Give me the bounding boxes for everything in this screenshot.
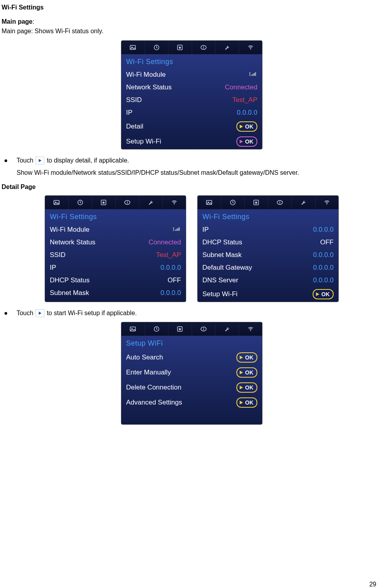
row-label: Network Status — [50, 238, 95, 246]
device-topbar — [121, 322, 262, 336]
row-value: Connected — [225, 83, 257, 91]
bullet-detail-suffix: to display detail, if applicable. — [47, 157, 129, 164]
topbar-star-icon — [92, 196, 116, 209]
signal-icon — [172, 226, 181, 234]
ok-label: OK — [245, 123, 253, 130]
row-label: Subnet Mask — [202, 251, 242, 259]
heading-main-page-text: Main page — [2, 18, 32, 25]
device-topbar — [45, 196, 186, 210]
row-value: OK — [236, 367, 257, 378]
row-label: IP — [202, 226, 209, 234]
settings-row: Default Gateway0.0.0.0 — [198, 261, 338, 274]
screenshot-detail-left: Wi-Fi Settings Wi-Fi ModuleNetwork Statu… — [45, 195, 186, 302]
row-value: OK — [236, 397, 257, 408]
row-value: OK — [236, 352, 257, 363]
svg-point-5 — [203, 46, 204, 47]
svg-rect-6 — [203, 47, 204, 49]
ok-button[interactable]: OK — [313, 289, 334, 299]
screenshot-setup-wifi: Setup WiFi Auto SearchOKEnter ManuallyOK… — [121, 322, 262, 425]
play-icon — [36, 309, 44, 317]
topbar-wifi-icon — [239, 41, 262, 54]
row-value: 0.0.0.0 — [313, 276, 334, 284]
section-title: Wi-Fi Settings — [45, 210, 186, 223]
bullet-touch-prefix: Touch — [17, 157, 34, 164]
ok-label: OK — [321, 291, 330, 297]
ok-button[interactable]: OK — [236, 352, 257, 363]
ok-button[interactable]: OK — [236, 136, 257, 147]
topbar-wrench-icon — [292, 196, 315, 209]
topbar-clock-icon — [145, 322, 169, 336]
row-label: DHCP Status — [202, 238, 242, 246]
ok-button[interactable]: OK — [236, 397, 257, 408]
settings-row: SSIDTest_AP — [121, 94, 262, 106]
topbar-wrench-icon — [215, 41, 239, 54]
svg-rect-21 — [176, 229, 177, 231]
bullet-detail-explain: Show Wi-Fi module/Network status/SSID/IP… — [17, 169, 382, 176]
topbar-wifi-icon — [239, 322, 262, 336]
ok-button[interactable]: OK — [236, 367, 257, 378]
topbar-clock-icon — [69, 196, 92, 209]
settings-row: IP0.0.0.0 — [121, 106, 262, 119]
svg-rect-30 — [279, 202, 280, 204]
topbar-wrench-icon — [139, 196, 163, 209]
section-title: Setup WiFi — [121, 336, 262, 350]
topbar-clock-icon — [221, 196, 245, 209]
bullet-setup-suffix: to start Wi-Fi setup if applicable. — [47, 310, 137, 317]
row-value: 0.0.0.0 — [237, 109, 257, 117]
row-value: OK — [236, 121, 257, 132]
heading-main-page: Main page: — [2, 18, 382, 25]
topbar-star-icon — [168, 322, 192, 336]
settings-row: Subnet Mask0.0.0.0 — [198, 249, 338, 261]
svg-point-29 — [279, 201, 280, 202]
rows-container: IP0.0.0.0DHCP StatusOFFSubnet Mask0.0.0.… — [198, 223, 338, 302]
svg-point-19 — [174, 204, 175, 205]
row-value: OK — [313, 289, 334, 299]
settings-row: Setup Wi-FiOK — [198, 287, 338, 302]
settings-row: IP0.0.0.0 — [198, 223, 338, 236]
row-label: Setup Wi-Fi — [202, 290, 238, 298]
settings-row: Advanced SettingsOK — [121, 395, 262, 410]
bullet-marker: ● — [4, 157, 8, 164]
ok-label: OK — [245, 369, 253, 376]
svg-rect-38 — [203, 329, 204, 330]
row-label: Setup Wi-Fi — [126, 138, 161, 146]
row-label: Auto Search — [126, 354, 163, 361]
row-value: 0.0.0.0 — [313, 251, 334, 259]
svg-rect-18 — [127, 202, 128, 204]
svg-point-37 — [203, 327, 204, 328]
ok-button[interactable]: OK — [236, 121, 257, 132]
row-label: Delete Connection — [126, 384, 181, 391]
bullet-marker: ● — [4, 310, 8, 316]
svg-rect-10 — [254, 73, 255, 76]
play-icon — [36, 157, 44, 164]
topbar-photo-icon — [198, 196, 221, 209]
svg-point-39 — [250, 331, 251, 331]
row-value: 0.0.0.0 — [160, 264, 181, 272]
row-label: Network Status — [126, 83, 172, 91]
ok-button[interactable]: OK — [236, 382, 257, 393]
main-page-description: Main page: Shows Wi-Fi status only. — [2, 28, 382, 35]
section-title: Wi-Fi Settings — [121, 55, 262, 68]
row-value: 0.0.0.0 — [313, 226, 334, 234]
page-number: 29 — [369, 581, 376, 588]
heading-detail-page: Detail Page — [2, 183, 382, 191]
bullet-touch-prefix: Touch — [17, 310, 34, 317]
row-label: Subnet Mask — [50, 289, 89, 297]
ok-label: OK — [245, 384, 253, 391]
topbar-wifi-icon — [315, 196, 339, 209]
topbar-star-icon — [168, 41, 192, 54]
empty-area — [121, 410, 262, 425]
topbar-photo-icon — [121, 41, 145, 54]
row-value: Test_AP — [232, 96, 257, 104]
settings-row: Delete ConnectionOK — [121, 380, 262, 395]
row-value: 0.0.0.0 — [160, 289, 181, 297]
topbar-info-icon — [268, 196, 292, 209]
svg-rect-20 — [175, 230, 176, 231]
svg-rect-9 — [253, 74, 253, 76]
topbar-wrench-icon — [215, 322, 239, 336]
row-label: DHCP Status — [50, 276, 90, 284]
device-topbar — [121, 41, 262, 55]
screenshot-main-page: Wi-Fi Settings Wi-Fi ModuleNetwork Statu… — [121, 40, 262, 149]
settings-row: SSIDTest_AP — [45, 249, 186, 261]
topbar-photo-icon — [45, 196, 69, 209]
